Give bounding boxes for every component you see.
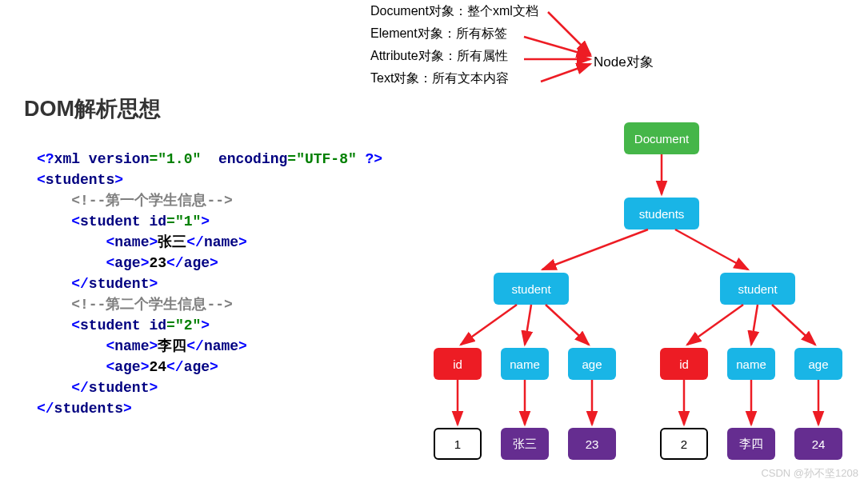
code-tag: name: [114, 338, 149, 354]
code-punct: </: [71, 276, 89, 292]
code-xml: xml: [54, 151, 80, 167]
code-attr: id: [149, 317, 166, 333]
code-tag: student: [89, 380, 150, 396]
code-punct: <: [106, 359, 114, 375]
node-id-1: id: [434, 348, 482, 380]
code-comment: <!--第一个学生信息-->: [71, 193, 233, 209]
def-element: Element对象：所有标签: [370, 22, 538, 45]
code-punct: >: [210, 255, 218, 271]
node-object-label: Node对象: [594, 53, 654, 71]
code-punct: </: [71, 380, 89, 396]
code-punct: >: [201, 214, 210, 230]
code-tag: student: [89, 276, 150, 292]
code-tag: student: [80, 317, 141, 333]
code-punct: </: [186, 234, 204, 250]
leaf-age-2: 24: [794, 428, 842, 460]
code-attr: id: [149, 214, 166, 230]
code-punct: >: [201, 317, 210, 333]
code-punct: <: [106, 255, 114, 271]
code-punct: >: [149, 338, 158, 354]
leaf-name-2: 李四: [727, 428, 775, 460]
code-punct: ?>: [366, 151, 383, 167]
code-eq: =: [166, 214, 175, 230]
page-title: DOM解析思想: [24, 94, 161, 123]
node-name-1: name: [501, 348, 549, 380]
code-tag: name: [114, 234, 149, 250]
arrow-def-text: [541, 64, 590, 82]
code-tag: age: [114, 359, 140, 375]
dom-tree: Document students student student id nam…: [404, 120, 868, 480]
code-punct: <: [106, 234, 114, 250]
leaf-age-1: 23: [568, 428, 616, 460]
definitions-block: Document对象：整个xml文档 Element对象：所有标签 Attrib…: [370, 0, 538, 90]
node-id-2: id: [660, 348, 708, 380]
code-text: 张三: [158, 234, 186, 250]
code-punct: </: [166, 359, 184, 375]
code-punct: >: [149, 276, 158, 292]
code-eq: =: [149, 151, 158, 167]
code-str: "1": [175, 214, 201, 230]
code-punct: </: [37, 401, 54, 417]
code-tag: name: [204, 234, 238, 250]
code-punct: >: [210, 359, 218, 375]
node-age-2: age: [794, 348, 842, 380]
node-student-1: student: [494, 273, 569, 305]
code-tag: age: [184, 359, 210, 375]
code-punct: >: [123, 401, 132, 417]
code-attr: version: [89, 151, 150, 167]
code-punct: <: [106, 338, 114, 354]
code-eq: =: [166, 317, 175, 333]
node-name-2: name: [727, 348, 775, 380]
arrow-def-doc: [548, 12, 590, 54]
code-tag: students: [46, 172, 114, 188]
code-punct: >: [141, 359, 150, 375]
code-eq: =: [287, 151, 296, 167]
code-tag: age: [114, 255, 140, 271]
code-tag: age: [184, 255, 210, 271]
code-punct: </: [186, 338, 204, 354]
leaf-name-1: 张三: [501, 428, 549, 460]
code-tag: students: [54, 401, 123, 417]
node-document: Document: [624, 122, 699, 154]
code-punct: >: [238, 338, 247, 354]
code-punct: <: [37, 172, 46, 188]
code-text: 24: [149, 359, 166, 375]
def-text: Text对象：所有文本内容: [370, 67, 538, 90]
code-text: 李四: [158, 338, 186, 354]
code-str: "UTF-8": [296, 151, 357, 167]
code-text: 23: [149, 255, 166, 271]
code-str: "2": [175, 317, 201, 333]
code-str: "1.0": [158, 151, 201, 167]
code-punct: <: [71, 214, 80, 230]
watermark: CSDN @孙不坚1208: [761, 466, 858, 481]
code-tag: student: [80, 214, 141, 230]
leaf-id-2: 2: [660, 428, 708, 460]
node-students: students: [624, 198, 699, 230]
code-comment: <!--第二个学生信息-->: [71, 297, 233, 313]
code-punct: >: [238, 234, 247, 250]
def-document: Document对象：整个xml文档: [370, 0, 538, 22]
code-punct: >: [141, 255, 150, 271]
code-punct: >: [149, 380, 158, 396]
node-student-2: student: [720, 273, 795, 305]
code-punct: <: [71, 317, 80, 333]
code-punct: >: [149, 234, 158, 250]
code-punct: <?: [37, 151, 54, 167]
node-age-1: age: [568, 348, 616, 380]
leaf-id-1: 1: [434, 428, 482, 460]
code-punct: >: [114, 172, 123, 188]
code-tag: name: [204, 338, 238, 354]
code-punct: </: [166, 255, 184, 271]
def-attribute: Attribute对象：所有属性: [370, 45, 538, 67]
xml-code-block: <?xml version="1.0" encoding="UTF-8" ?> …: [37, 149, 382, 419]
code-attr: encoding: [218, 151, 287, 167]
